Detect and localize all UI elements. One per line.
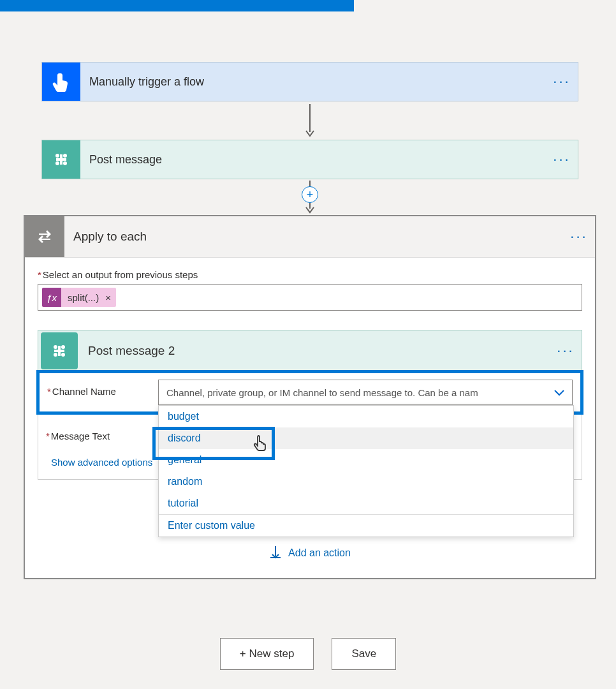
connector-arrow bbox=[41, 101, 578, 140]
apply-to-each-title: Apply to each bbox=[64, 230, 563, 244]
channel-name-label: *Channel Name bbox=[47, 380, 158, 397]
channel-name-placeholder: Channel, private group, or IM channel to… bbox=[166, 387, 478, 398]
new-step-button[interactable]: + New step bbox=[220, 638, 314, 670]
channel-option-budget[interactable]: budget bbox=[159, 406, 573, 427]
connector-arrow-plus: + bbox=[41, 179, 578, 215]
channel-name-row: *Channel Name Channel, private group, or… bbox=[36, 370, 583, 415]
svg-point-7 bbox=[61, 345, 65, 349]
svg-point-4 bbox=[63, 161, 67, 165]
post-message-2-title: Post message 2 bbox=[78, 344, 550, 358]
post-message-2-menu-button[interactable]: ··· bbox=[550, 343, 582, 359]
post-message-menu-button[interactable]: ··· bbox=[546, 151, 578, 168]
svg-point-9 bbox=[61, 353, 65, 357]
insert-step-button[interactable]: + bbox=[302, 186, 318, 203]
chevron-down-icon bbox=[554, 387, 564, 398]
svg-point-6 bbox=[54, 345, 57, 349]
channel-option-random[interactable]: random bbox=[159, 471, 573, 493]
select-output-label: *Select an output from previous steps bbox=[38, 269, 582, 280]
post-message-card[interactable]: Post message ··· bbox=[41, 140, 578, 179]
expression-token[interactable]: ƒx split(...) × bbox=[42, 288, 116, 307]
svg-point-3 bbox=[55, 161, 59, 165]
loop-icon bbox=[25, 216, 64, 257]
save-button[interactable]: Save bbox=[332, 638, 396, 670]
trigger-menu-button[interactable]: ··· bbox=[546, 73, 578, 90]
svg-point-2 bbox=[63, 154, 67, 158]
post-message-title: Post message bbox=[80, 153, 546, 167]
channel-name-select[interactable]: Channel, private group, or IM channel to… bbox=[158, 380, 573, 405]
fx-icon: ƒx bbox=[42, 288, 61, 307]
channel-option-custom[interactable]: Enter custom value bbox=[159, 514, 573, 537]
trigger-title: Manually trigger a flow bbox=[80, 75, 546, 89]
svg-point-1 bbox=[55, 154, 59, 158]
channel-option-tutorial[interactable]: tutorial bbox=[159, 493, 573, 514]
svg-point-8 bbox=[54, 353, 57, 357]
slack-icon bbox=[41, 332, 78, 369]
channel-dropdown: budget discord general random tutorial E… bbox=[158, 405, 574, 537]
manual-trigger-icon bbox=[42, 63, 80, 101]
flow-canvas: Manually trigger a flow ··· Post message… bbox=[41, 62, 578, 215]
pointer-cursor-icon bbox=[253, 434, 267, 451]
select-output-input[interactable]: ƒx split(...) × bbox=[38, 284, 582, 311]
bottom-buttons: + New step Save bbox=[0, 638, 616, 670]
channel-option-general[interactable]: general bbox=[159, 449, 573, 471]
post-message-2-card[interactable]: Post message 2 ··· bbox=[38, 330, 582, 372]
apply-to-each-card: Apply to each ··· *Select an output from… bbox=[24, 215, 596, 579]
add-action-icon bbox=[269, 546, 282, 560]
channel-option-discord[interactable]: discord bbox=[159, 427, 573, 449]
trigger-card[interactable]: Manually trigger a flow ··· bbox=[41, 62, 578, 101]
token-text: split(...) bbox=[61, 292, 105, 303]
top-ribbon bbox=[0, 0, 354, 11]
token-remove-icon[interactable]: × bbox=[105, 292, 116, 303]
apply-to-each-header[interactable]: Apply to each ··· bbox=[25, 216, 595, 258]
apply-to-each-menu-button[interactable]: ··· bbox=[563, 228, 595, 245]
message-text-label: *Message Text bbox=[46, 424, 157, 441]
slack-icon bbox=[42, 140, 80, 179]
